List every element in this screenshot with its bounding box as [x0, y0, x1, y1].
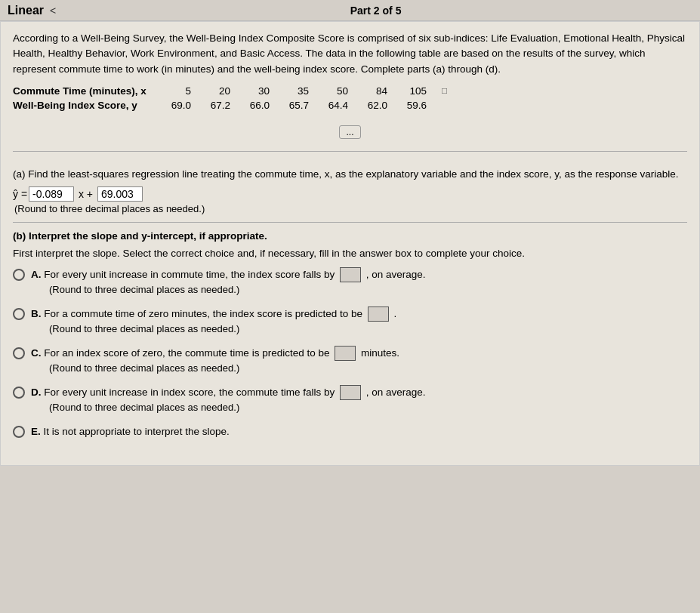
radio-c[interactable]	[13, 347, 25, 359]
radio-b-note: (Round to three decimal places as needed…	[49, 322, 396, 337]
x-val-6: 84	[360, 85, 387, 99]
part-label: Part 2 of 5	[59, 5, 692, 17]
radio-a-answer-box[interactable]	[340, 267, 361, 282]
equation-intercept-box[interactable]: 69.003	[97, 186, 143, 202]
radio-b-text-after: .	[393, 308, 396, 319]
radio-c-answer-box[interactable]	[335, 346, 356, 361]
radio-d-answer-box[interactable]	[340, 385, 361, 400]
x-values: 5 20 30 35 50 84 105 □	[164, 85, 447, 99]
table-row-x: Commute Time (minutes), x 5 20 30 35 50 …	[13, 85, 687, 99]
radio-a-letter: A.	[31, 269, 42, 280]
y-val-3: 66.0	[242, 99, 270, 113]
top-bar: Linear < Part 2 of 5	[0, 0, 700, 21]
radio-a-label: A. For every unit increase in commute ti…	[31, 267, 426, 297]
app-title: Linear	[8, 4, 44, 17]
x-val-2: 20	[203, 85, 230, 99]
radio-b-answer-box[interactable]	[368, 306, 389, 322]
section-a-round-note: (Round to three decimal places as needed…	[14, 203, 687, 214]
radio-a-text-before: For every unit increase in commute time,…	[44, 269, 338, 280]
divider-1	[13, 151, 687, 152]
section-b-instruction: First interpret the slope. Select the co…	[13, 246, 687, 261]
radio-d-note: (Round to three decimal places as needed…	[49, 400, 426, 415]
expand-btn-container: ...	[13, 121, 687, 143]
equation-hat-y: ŷ =	[13, 188, 27, 200]
y-label: Well-Being Index Score, y	[13, 99, 164, 113]
radio-d[interactable]	[13, 387, 25, 399]
radio-d-label: D. For every unit increase in index scor…	[31, 385, 426, 415]
radio-d-text-before: For every unit increase in index score, …	[44, 387, 338, 398]
equation-x-text: x +	[76, 188, 96, 200]
radio-option-c: C. For an index score of zero, the commu…	[13, 346, 687, 376]
radio-b-letter: B.	[31, 308, 42, 319]
radio-b-label: B. For a commute time of zero minutes, t…	[31, 306, 396, 337]
radio-option-e: E. It is not appropriate to interpret th…	[13, 424, 687, 439]
x-val-3: 30	[242, 85, 270, 99]
y-val-2: 67.2	[203, 99, 230, 113]
radio-d-text-after: , on average.	[366, 387, 426, 398]
table-row-y: Well-Being Index Score, y 69.0 67.2 66.0…	[13, 99, 687, 113]
copy-icon[interactable]: □	[442, 85, 447, 99]
data-table: Commute Time (minutes), x 5 20 30 35 50 …	[13, 85, 687, 113]
radio-e-letter: E.	[31, 426, 41, 437]
radio-e-text: It is not appropriate to interpret the s…	[44, 426, 230, 437]
radio-c-letter: C.	[31, 347, 42, 359]
nav-back-button[interactable]: <	[50, 5, 56, 17]
y-val-1: 69.0	[164, 99, 191, 113]
radio-option-a: A. For every unit increase in commute ti…	[13, 267, 687, 297]
x-val-4: 35	[282, 85, 309, 99]
radio-c-text-before: For an index score of zero, the commute …	[44, 347, 332, 359]
y-values-row: 69.0 67.2 66.0 65.7 64.4 62.0 59.6	[164, 99, 427, 113]
radio-b-text-before: For a commute time of zero minutes, the …	[44, 308, 365, 319]
radio-a[interactable]	[13, 269, 25, 281]
radio-option-b: B. For a commute time of zero minutes, t…	[13, 306, 687, 337]
section-a-title: (a) Find the least-squares regression li…	[13, 167, 687, 182]
description-paragraph: According to a Well-Being Survey, the We…	[13, 31, 687, 77]
radio-c-label: C. For an index score of zero, the commu…	[31, 346, 399, 376]
radio-e[interactable]	[13, 426, 25, 438]
x-val-7: 105	[399, 85, 427, 99]
radio-group: A. For every unit increase in commute ti…	[13, 267, 687, 439]
section-b: (b) Interpret the slope and y-intercept,…	[13, 223, 687, 456]
expand-button[interactable]: ...	[339, 125, 360, 139]
y-val-7: 59.6	[399, 99, 427, 113]
y-values: 69.0 67.2 66.0 65.7 64.4 62.0 59.6	[164, 99, 427, 113]
y-val-6: 62.0	[360, 99, 387, 113]
x-val-5: 50	[321, 85, 348, 99]
radio-d-letter: D.	[31, 387, 42, 398]
radio-option-d: D. For every unit increase in index scor…	[13, 385, 687, 415]
radio-c-note: (Round to three decimal places as needed…	[49, 361, 399, 376]
y-val-4: 65.7	[282, 99, 309, 113]
radio-a-note: (Round to three decimal places as needed…	[49, 282, 426, 297]
section-a: (a) Find the least-squares regression li…	[13, 159, 687, 223]
section-b-title: (b) Interpret the slope and y-intercept,…	[13, 230, 687, 242]
x-val-1: 5	[164, 85, 191, 99]
radio-a-text-after: , on average.	[366, 269, 426, 280]
equation: ŷ = -0.089 x + 69.003	[13, 186, 144, 202]
radio-e-label: E. It is not appropriate to interpret th…	[31, 424, 230, 439]
radio-b[interactable]	[13, 308, 25, 320]
x-label: Commute Time (minutes), x	[13, 85, 164, 99]
y-val-5: 64.4	[321, 99, 348, 113]
radio-c-text-after: minutes.	[361, 347, 399, 359]
x-values-row: 5 20 30 35 50 84 105 □	[164, 85, 447, 99]
main-content: According to a Well-Being Survey, the We…	[0, 21, 700, 466]
equation-coeff-box[interactable]: -0.089	[29, 186, 74, 202]
